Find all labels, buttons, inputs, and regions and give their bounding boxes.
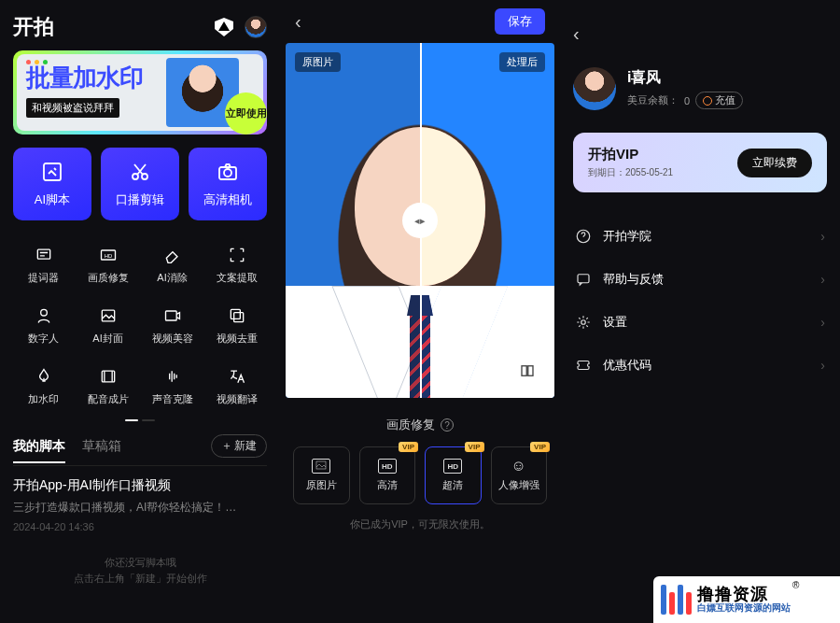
empty-hint: 你还没写脚本哦 点击右上角「新建」开始创作 <box>13 555 267 588</box>
menu-academy[interactable]: 开拍学院 › <box>573 215 827 258</box>
feat-ai-cover[interactable]: AI封面 <box>77 298 138 353</box>
chat-icon <box>575 271 592 288</box>
compare-handle-icon[interactable]: ◂▸ <box>402 203 438 238</box>
voice-clip-button[interactable]: 口播剪辑 <box>101 148 179 220</box>
svg-rect-14 <box>522 366 526 376</box>
opt-uhd[interactable]: VIP HD 超清 <box>425 446 482 504</box>
quality-options: 原图片 VIP HD 高清 VIP HD 超清 VIP ☺ 人像增强 <box>280 446 560 517</box>
ticket-icon <box>575 357 592 374</box>
promo-banner[interactable]: 批量加水印 和视频被盗说拜拜 立即使用 <box>13 50 267 135</box>
svg-point-19 <box>581 320 586 325</box>
vip-badge: VIP <box>530 442 550 452</box>
svg-rect-18 <box>578 275 589 283</box>
stack-icon <box>227 305 247 326</box>
script-title: 开拍App-用AI制作口播视频 <box>13 477 267 494</box>
grid-pager <box>13 419 267 421</box>
feat-video-beauty[interactable]: 视频美容 <box>142 298 203 353</box>
panel-editor: ‹ 保存 ◂▸ 原图片 处理后 画质修复 ? 原图片 VIP HD 高清 VIP… <box>280 0 560 623</box>
gear-icon <box>575 314 592 331</box>
vip-card: 开拍VIP 到期日：2055-05-21 立即续费 <box>573 133 827 192</box>
topup-button[interactable]: 充值 <box>695 92 743 109</box>
new-script-button[interactable]: ＋新建 <box>211 434 267 458</box>
vip-footer-note: 你已成为VIP，可无限次使用。 <box>280 517 560 531</box>
hd-camera-label: 高清相机 <box>203 191 252 208</box>
feat-dubbing[interactable]: 配音成片 <box>77 359 138 414</box>
scissors-icon <box>128 160 152 184</box>
back-button[interactable]: ‹ <box>573 23 580 45</box>
chevron-right-icon: › <box>820 358 825 373</box>
sparkle-video-icon <box>162 305 183 326</box>
renew-button[interactable]: 立即续费 <box>737 149 812 177</box>
menu-feedback[interactable]: 帮助与反馈 › <box>573 258 827 301</box>
home-header: 开拍 <box>13 13 267 41</box>
feat-quality-repair[interactable]: HD画质修复 <box>77 237 138 292</box>
feat-digital-human[interactable]: 数字人 <box>13 298 74 353</box>
watermark-icon <box>34 366 54 387</box>
panel-profile: ‹ i喜风 美豆余额：0 充值 开拍VIP 到期日：2055-05-21 立即续… <box>560 0 840 623</box>
feat-teleprompter[interactable]: 提词器 <box>13 237 74 292</box>
menu-settings[interactable]: 设置 › <box>573 301 827 344</box>
save-button[interactable]: 保存 <box>495 8 545 35</box>
hd-icon: HD <box>443 459 462 474</box>
ai-script-label: AI脚本 <box>35 191 70 208</box>
voice-clip-label: 口播剪辑 <box>116 191 164 208</box>
tag-after: 处理后 <box>499 52 545 72</box>
watermark-logo: 撸撸资源 白嫖互联网资源的网站 ® <box>653 576 840 623</box>
hd-icon: HD <box>98 245 119 265</box>
teleprompter-icon <box>34 245 54 265</box>
banner-cta[interactable]: 立即使用 <box>225 92 267 135</box>
scan-icon <box>227 245 247 265</box>
compare-toggle-button[interactable] <box>511 355 543 387</box>
svg-point-8 <box>40 309 47 316</box>
image-icon <box>312 459 330 474</box>
ai-script-button[interactable]: AI脚本 <box>13 148 91 220</box>
feat-dedup[interactable]: 视频去重 <box>206 298 267 353</box>
app-title: 开拍 <box>13 13 54 41</box>
compare-canvas[interactable]: ◂▸ 原图片 处理后 <box>286 43 554 398</box>
vip-badge: VIP <box>399 442 418 452</box>
back-button[interactable]: ‹ <box>295 11 301 33</box>
banner-subtitle: 和视频被盗说拜拜 <box>26 98 119 118</box>
svg-rect-16 <box>316 461 326 469</box>
opt-hd[interactable]: VIP HD 高清 <box>359 446 416 504</box>
feat-text-extract[interactable]: 文案提取 <box>206 237 267 292</box>
opt-original[interactable]: 原图片 <box>293 446 350 504</box>
svg-rect-5 <box>37 249 49 259</box>
script-card[interactable]: 开拍App-用AI制作口播视频 三步打造爆款口播视频，AI帮你轻松搞定！… 20… <box>13 477 267 532</box>
shield-icon[interactable] <box>215 18 233 36</box>
profile-topbar: ‹ <box>573 13 827 54</box>
primary-actions: AI脚本 口播剪辑 高清相机 <box>13 148 267 220</box>
svg-text:HD: HD <box>104 253 111 259</box>
svg-rect-12 <box>233 313 243 322</box>
feat-ai-erase[interactable]: AI消除 <box>142 237 203 292</box>
avatar[interactable] <box>573 67 616 110</box>
vip-title: 开拍VIP <box>588 146 673 163</box>
help-icon[interactable]: ? <box>441 418 454 432</box>
feat-video-trans[interactable]: 视频翻译 <box>206 359 267 414</box>
tab-drafts[interactable]: 草稿箱 <box>82 438 121 455</box>
svg-point-4 <box>224 169 231 177</box>
vip-expire: 到期日：2055-05-21 <box>588 166 673 179</box>
tab-my-scripts[interactable]: 我的脚本 <box>13 438 65 455</box>
feature-grid: 提词器 HD画质修复 AI消除 文案提取 数字人 AI封面 视频美容 视频去重 … <box>13 237 267 414</box>
svg-rect-15 <box>528 366 533 376</box>
panel-home: 开拍 批量加水印 和视频被盗说拜拜 立即使用 AI脚本 口播剪辑 高清相机 <box>0 0 280 623</box>
menu-coupon[interactable]: 优惠代码 › <box>573 344 827 387</box>
hd-camera-button[interactable]: 高清相机 <box>189 148 267 220</box>
tag-before: 原图片 <box>295 52 341 72</box>
svg-rect-11 <box>231 309 240 319</box>
banner-title: 批量加水印 <box>26 62 166 94</box>
section-title: 画质修复 ? <box>280 417 560 433</box>
pencil-square-icon <box>40 160 64 184</box>
chevron-right-icon: › <box>820 315 825 330</box>
avatar-button[interactable] <box>245 16 267 38</box>
chevron-right-icon: › <box>820 272 825 287</box>
script-desc: 三步打造爆款口播视频，AI帮你轻松搞定！… <box>13 500 267 516</box>
question-circle-icon <box>575 228 592 245</box>
user-name: i喜风 <box>627 68 743 88</box>
script-time: 2024-04-20 14:36 <box>13 521 267 532</box>
face-icon: ☺ <box>510 459 528 474</box>
feat-watermark[interactable]: 加水印 <box>13 359 74 414</box>
feat-voice-clone[interactable]: 声音克隆 <box>142 359 203 414</box>
opt-portrait[interactable]: VIP ☺ 人像增强 <box>491 446 548 504</box>
